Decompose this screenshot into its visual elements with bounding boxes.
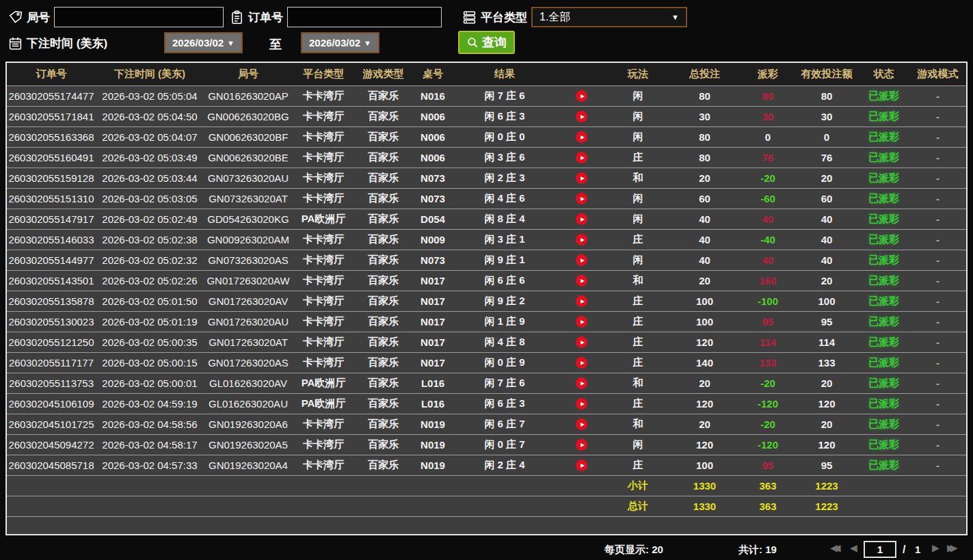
bet-time-cell: 2026-03-02 05:02:49 xyxy=(96,209,204,229)
total-bet-cell: 20 xyxy=(669,168,741,188)
bet-time-cell: 2026-03-02 04:57:33 xyxy=(96,455,204,475)
platform-cell: 卡卡湾厅 xyxy=(293,147,354,168)
replay-button[interactable] xyxy=(576,336,587,348)
bet-time-cell: 2026-03-02 04:59:19 xyxy=(96,393,204,414)
game-mode-cell: - xyxy=(909,373,966,393)
replay-button[interactable] xyxy=(576,357,587,369)
replay-cell xyxy=(556,434,607,455)
game-mode-cell: - xyxy=(909,311,966,332)
bet-on-cell: 庄 xyxy=(607,393,669,414)
platform-cell: PA欧洲厅 xyxy=(293,373,354,393)
replay-button[interactable] xyxy=(576,459,587,471)
status-cell: 已派彩 xyxy=(858,373,909,393)
date-to-picker[interactable]: 2026/03/02 ▼ xyxy=(301,32,379,53)
platform-cell: 卡卡湾厅 xyxy=(293,434,354,455)
table-no-cell: N073 xyxy=(412,168,453,188)
order-no-cell: 260302055121250 xyxy=(7,332,96,352)
table-row: 2603020551479172026-03-02 05:02:49GD0542… xyxy=(7,209,966,229)
replay-cell xyxy=(556,393,607,414)
order-no-cell: 260302055147917 xyxy=(7,209,96,229)
game-mode-cell: - xyxy=(909,85,966,106)
total-count-value: 19 xyxy=(765,544,777,555)
payout-cell: 40 xyxy=(741,250,795,270)
empty-cell xyxy=(556,496,607,516)
platform-cell: 卡卡湾厅 xyxy=(293,270,354,291)
valid-bet-cell: 60 xyxy=(795,188,858,209)
replay-cell xyxy=(556,188,607,209)
total-bet-cell: 40 xyxy=(669,250,741,270)
table-row: 2603020551460332026-03-02 05:02:38GN0092… xyxy=(7,229,966,250)
replay-button[interactable] xyxy=(576,193,587,204)
replay-button[interactable] xyxy=(576,295,587,307)
status-cell: 已派彩 xyxy=(858,209,909,229)
date-from-picker[interactable]: 2026/03/02 ▼ xyxy=(164,32,243,53)
payout-cell: 0 xyxy=(741,126,795,147)
first-page-button[interactable]: ◀◀ xyxy=(830,542,835,553)
valid-bet-cell: 133 xyxy=(795,352,858,373)
status-cell: 已派彩 xyxy=(858,188,909,209)
play-icon xyxy=(581,402,585,406)
last-page-button[interactable]: ▶▶ xyxy=(947,542,952,553)
game-mode-cell: - xyxy=(909,434,966,455)
result-cell: 闲 7 庄 6 xyxy=(453,373,556,393)
replay-button[interactable] xyxy=(576,254,587,266)
result-cell: 闲 4 庄 6 xyxy=(453,188,556,209)
bet-on-cell: 庄 xyxy=(607,311,669,332)
bet-on-cell: 庄 xyxy=(607,455,669,475)
replay-button[interactable] xyxy=(576,439,587,451)
bet-time-cell: 2026-03-02 05:02:38 xyxy=(96,229,204,250)
next-page-button[interactable]: ▶ xyxy=(932,542,939,553)
game-mode-cell: - xyxy=(909,352,966,373)
table-row: 2603020551300232026-03-02 05:01:19GN0172… xyxy=(7,311,966,332)
bet-time-label: 下注时间 (美东) xyxy=(27,36,107,51)
replay-button[interactable] xyxy=(576,398,587,410)
subtotal-row-total-bet: 1330 xyxy=(669,475,741,496)
page-input[interactable] xyxy=(864,541,896,558)
bet-on-cell: 闲 xyxy=(607,209,669,229)
replay-button[interactable] xyxy=(576,377,587,389)
platform-cell: 卡卡湾厅 xyxy=(293,188,354,209)
valid-bet-cell: 20 xyxy=(795,414,858,434)
bet-on-cell: 庄 xyxy=(607,291,669,311)
play-icon xyxy=(581,176,585,181)
replay-cell xyxy=(556,250,607,270)
game-no-input[interactable] xyxy=(54,7,224,27)
game-type-cell: 百家乐 xyxy=(354,85,412,106)
result-cell: 闲 2 庄 3 xyxy=(453,168,556,188)
prev-page-button[interactable]: ◀ xyxy=(850,542,857,553)
valid-bet-cell: 20 xyxy=(795,373,858,393)
game-type-cell: 百家乐 xyxy=(354,270,412,291)
replay-button[interactable] xyxy=(576,131,587,143)
platform-cell: 卡卡湾厅 xyxy=(293,311,354,332)
column-header: 玩法 xyxy=(607,63,669,85)
table-no-cell: N019 xyxy=(412,414,453,434)
replay-button[interactable] xyxy=(576,234,587,245)
bet-time-cell: 2026-03-02 05:03:05 xyxy=(96,188,204,209)
status-cell: 已派彩 xyxy=(858,147,909,168)
total-bet-cell: 80 xyxy=(669,147,741,168)
table-row: 2603020551358782026-03-02 05:01:50GN0172… xyxy=(7,291,966,311)
replay-button[interactable] xyxy=(576,316,587,328)
game-mode-cell: - xyxy=(909,106,966,126)
bet-on-cell: 闲 xyxy=(607,250,669,270)
game-type-cell: 百家乐 xyxy=(354,291,412,311)
replay-button[interactable] xyxy=(576,111,587,122)
replay-button[interactable] xyxy=(576,213,587,225)
game-type-cell: 百家乐 xyxy=(354,168,412,188)
table-row: 2603020451061092026-03-02 04:59:19GL0162… xyxy=(7,393,966,414)
replay-button[interactable] xyxy=(576,275,587,286)
platform-type-select[interactable]: 1.全部 ▼ xyxy=(531,7,687,27)
replay-button[interactable] xyxy=(576,172,587,184)
table-row: 2603020450857182026-03-02 04:57:33GN0192… xyxy=(7,455,966,475)
replay-button[interactable] xyxy=(576,90,587,102)
bet-time-cell: 2026-03-02 05:02:32 xyxy=(96,250,204,270)
order-no-input[interactable] xyxy=(287,7,442,27)
order-no-cell: 260302045106109 xyxy=(7,393,96,414)
replay-button[interactable] xyxy=(576,418,587,430)
total-row: 总计13303631223 xyxy=(7,496,966,516)
query-button[interactable]: 查询 xyxy=(458,31,515,54)
order-no-cell: 260302055135878 xyxy=(7,291,96,311)
play-icon xyxy=(581,382,585,386)
replay-button[interactable] xyxy=(576,152,587,163)
table-no-cell: N017 xyxy=(412,270,453,291)
